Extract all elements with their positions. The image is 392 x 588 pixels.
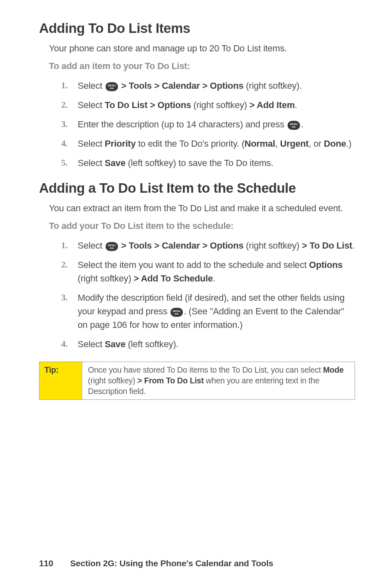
step-item: 4.Select Priority to edit the To Do's pr…	[61, 137, 355, 150]
tip-label: Tip:	[39, 362, 82, 399]
step-number: 2.	[61, 98, 78, 112]
intro-text-1: Your phone can store and manage up to 20…	[49, 42, 355, 55]
svg-text:MENU: MENU	[173, 310, 180, 312]
step-number: 1.	[61, 79, 78, 92]
svg-text:MENU: MENU	[108, 84, 115, 87]
step-item: 5.Select Save (left softkey) to save the…	[61, 156, 355, 170]
step-number: 5.	[61, 156, 78, 170]
step-body: Select To Do List > Options (right softk…	[78, 98, 355, 112]
tip-callout: Tip: Once you have stored To Do items to…	[39, 362, 355, 400]
step-number: 2.	[61, 258, 78, 272]
step-body: Select the item you want to add to the s…	[78, 258, 355, 285]
page-number: 110	[39, 558, 68, 568]
heading-adding-todo-to-schedule: Adding a To Do List Item to the Schedule	[39, 180, 355, 196]
step-number: 3.	[61, 118, 78, 131]
steps-list-1: 1.Select MENUOK > Tools > Calendar > Opt…	[39, 79, 355, 170]
step-item: 2.Select the item you want to add to the…	[61, 258, 355, 285]
step-number: 4.	[61, 137, 78, 150]
tip-body: Once you have stored To Do items to the …	[82, 362, 355, 399]
footer-section-title: Section 2G: Using the Phone's Calendar a…	[70, 558, 273, 568]
step-number: 1.	[61, 239, 78, 252]
step-body: Select Save (left softkey).	[78, 337, 355, 351]
step-item: 3.Enter the description (up to 14 charac…	[61, 118, 355, 131]
step-item: 4.Select Save (left softkey).	[61, 337, 355, 351]
page-footer: 110 Section 2G: Using the Phone's Calend…	[39, 558, 355, 568]
step-body: Select MENUOK > Tools > Calendar > Optio…	[78, 239, 355, 252]
heading-adding-todo-items: Adding To Do List Items	[39, 21, 355, 36]
menu-ok-icon: MENUOK	[106, 242, 118, 251]
step-body: Modify the description field (if desired…	[78, 291, 355, 332]
menu-ok-icon: MENUOK	[288, 121, 300, 130]
step-body: Select Save (left softkey) to save the T…	[78, 156, 355, 170]
menu-ok-icon: MENUOK	[171, 308, 183, 317]
step-item: 1.Select MENUOK > Tools > Calendar > Opt…	[61, 79, 355, 92]
menu-ok-icon: MENUOK	[106, 82, 118, 91]
steps-list-2: 1.Select MENUOK > Tools > Calendar > Opt…	[39, 239, 355, 351]
step-item: 1.Select MENUOK > Tools > Calendar > Opt…	[61, 239, 355, 252]
document-page: Adding To Do List Items Your phone can s…	[0, 0, 392, 588]
svg-text:MENU: MENU	[108, 244, 115, 247]
step-item: 2.Select To Do List > Options (right sof…	[61, 98, 355, 112]
svg-text:OK: OK	[292, 126, 296, 128]
step-item: 3.Modify the description field (if desir…	[61, 291, 355, 332]
svg-text:OK: OK	[175, 313, 179, 315]
svg-text:MENU: MENU	[290, 123, 297, 125]
step-number: 3.	[61, 291, 78, 304]
svg-text:OK: OK	[110, 247, 114, 249]
subheading-add-to-schedule: To add your To Do List item to the sched…	[49, 221, 355, 231]
step-body: Select Priority to edit the To Do's prio…	[78, 137, 355, 150]
step-number: 4.	[61, 337, 78, 351]
intro-text-2: You can extract an item from the To Do L…	[49, 202, 355, 215]
step-body: Enter the description (up to 14 characte…	[78, 118, 355, 131]
step-body: Select MENUOK > Tools > Calendar > Optio…	[78, 79, 355, 92]
subheading-add-item: To add an item to your To Do List:	[49, 61, 355, 71]
svg-text:OK: OK	[110, 87, 114, 90]
